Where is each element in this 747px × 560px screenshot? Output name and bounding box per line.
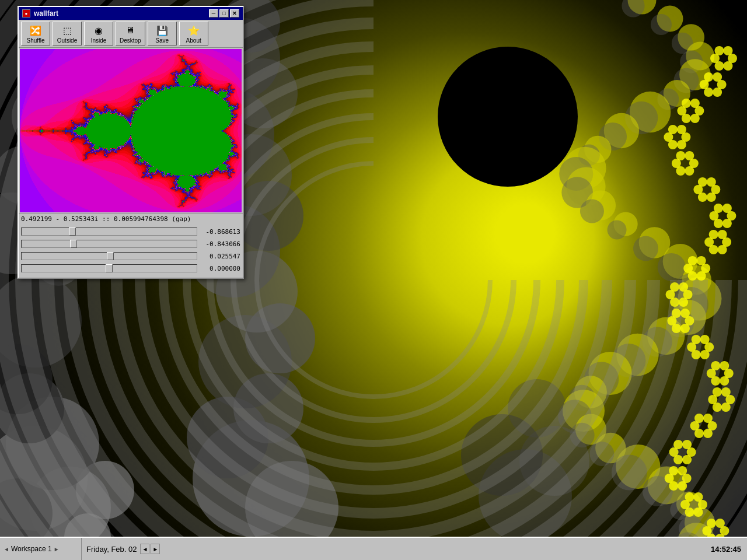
taskbar-clock: 14:52:45 xyxy=(711,545,747,554)
workspace-label: Workspace 1 xyxy=(11,545,52,553)
minimize-button[interactable]: ─ xyxy=(209,9,218,18)
status-bar: 0.492199 - 0.525343i :: 0.005994764398 (… xyxy=(19,214,243,224)
status-separator: :: xyxy=(102,215,110,223)
desktop-button[interactable]: 🖥 Desktop xyxy=(116,22,145,46)
toolbar: 🔀 Shuffle ⬚ Outside ◉ Inside 🖥 Desktop 💾… xyxy=(19,20,243,48)
inside-icon: ◉ xyxy=(92,23,106,37)
nav-prev-button[interactable]: ◄ xyxy=(140,544,149,554)
sliders-panel: -0.868613 -0.843066 0.025547 0.000000 xyxy=(19,224,243,278)
workspace-right-arrow[interactable]: ► xyxy=(54,546,60,552)
save-button[interactable]: 💾 Save xyxy=(148,22,177,46)
workspace-button[interactable]: ◄ Workspace 1 ► xyxy=(0,538,82,560)
about-icon: ⭐ xyxy=(187,23,201,37)
fractal-preview xyxy=(20,49,242,212)
slider-row-4: 0.000000 xyxy=(21,263,240,274)
wallfart-window: ● wallfart ─ □ ✕ 🔀 Shuffle ⬚ Outside ◉ I… xyxy=(18,6,244,279)
slider-4[interactable] xyxy=(21,264,197,272)
slider-value-3: 0.025547 xyxy=(200,253,240,260)
title-bar-icon: ● xyxy=(22,9,30,18)
taskbar-date-area: Friday, Feb. 02 ◄ ► xyxy=(82,544,160,554)
taskbar-date: Friday, Feb. 02 xyxy=(86,545,137,554)
title-bar: ● wallfart ─ □ ✕ xyxy=(19,7,243,20)
maximize-button[interactable]: □ xyxy=(219,9,229,18)
shuffle-button[interactable]: 🔀 Shuffle xyxy=(21,22,50,46)
about-button[interactable]: ⭐ About xyxy=(179,22,208,46)
slider-row-1: -0.868613 xyxy=(21,226,240,237)
slider-value-2: -0.843066 xyxy=(200,240,240,248)
desktop-icon: 🖥 xyxy=(123,23,137,37)
gap-value: 0.005994764398 (gap) xyxy=(114,215,191,223)
slider-row-3: 0.025547 xyxy=(21,251,240,261)
slider-3[interactable] xyxy=(21,252,197,260)
outside-icon: ⬚ xyxy=(60,23,74,37)
slider-row-2: -0.843066 xyxy=(21,239,240,249)
save-icon: 💾 xyxy=(155,23,169,37)
nav-next-button[interactable]: ► xyxy=(151,544,160,554)
workspace-left-arrow[interactable]: ◄ xyxy=(4,546,9,552)
shuffle-icon: 🔀 xyxy=(29,23,43,37)
taskbar: ◄ Workspace 1 ► Friday, Feb. 02 ◄ ► 14:5… xyxy=(0,537,747,560)
slider-1[interactable] xyxy=(21,228,197,236)
slider-value-1: -0.868613 xyxy=(200,228,240,236)
slider-value-4: 0.000000 xyxy=(200,265,240,272)
taskbar-nav-arrows: ◄ ► xyxy=(140,544,160,554)
outside-button[interactable]: ⬚ Outside xyxy=(53,22,82,46)
preview-canvas xyxy=(20,49,242,212)
inside-button[interactable]: ◉ Inside xyxy=(84,22,113,46)
slider-2[interactable] xyxy=(21,240,197,248)
coords-display: 0.492199 - 0.525343i xyxy=(21,215,98,223)
window-title: wallfart xyxy=(34,9,58,18)
close-button[interactable]: ✕ xyxy=(230,9,239,18)
title-bar-buttons: ─ □ ✕ xyxy=(209,9,239,18)
